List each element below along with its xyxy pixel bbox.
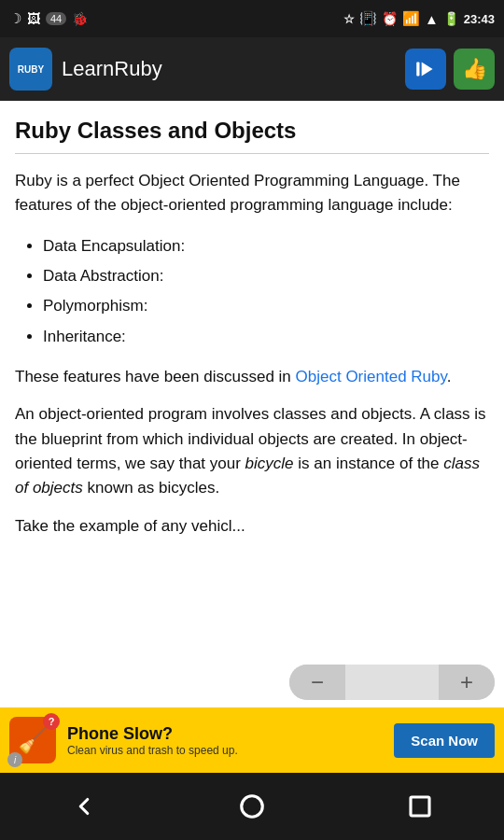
app-header-right: 👍	[405, 49, 495, 90]
battery-icon: 🔋	[443, 11, 459, 26]
crescent-moon-icon: ☽	[9, 10, 21, 27]
recent-apps-button[interactable]	[392, 778, 448, 834]
play-button[interactable]	[405, 49, 446, 90]
back-button[interactable]	[56, 778, 112, 834]
app-header-left: RUBY LearnRuby	[9, 48, 162, 91]
svg-rect-1	[416, 62, 419, 76]
status-icons-right: ☆ 📳 ⏰ 📶 ▲ 🔋 23:43	[343, 10, 495, 27]
star-icon: ☆	[343, 12, 355, 26]
status-icons-left: ☽ 🖼 44 🐞	[9, 10, 88, 27]
wifi-icon: 📶	[402, 10, 420, 27]
oop-paragraph: An object-oriented program involves clas…	[15, 402, 489, 500]
ad-text-block: Phone Slow? Clean virus and trash to spe…	[67, 724, 383, 757]
ad-banner: 🧹 ? Phone Slow? Clean virus and trash to…	[0, 707, 504, 773]
object-oriented-ruby-link[interactable]: Object Oriented Ruby	[296, 368, 447, 385]
vibrate-icon: 📳	[359, 10, 377, 27]
list-item: Data Encapsulation:	[43, 231, 489, 261]
app-header: RUBY LearnRuby 👍	[0, 37, 504, 101]
alarm-icon: ⏰	[382, 11, 398, 26]
svg-point-2	[242, 796, 263, 818]
list-item: Polymorphism:	[43, 291, 489, 321]
home-button[interactable]	[224, 778, 280, 834]
app-title: LearnRuby	[62, 57, 162, 81]
zoom-mid	[345, 665, 439, 700]
zoom-controls: − +	[289, 665, 495, 700]
clock: 23:43	[464, 12, 495, 26]
content-area: Ruby Classes and Objects Ruby is a perfe…	[0, 101, 504, 707]
vehicle-paragraph: Take the example of any vehicl...	[15, 514, 489, 539]
list-item: Data Abstraction:	[43, 261, 489, 291]
app-logo: RUBY	[9, 48, 52, 91]
ad-badge: ?	[43, 713, 60, 730]
ad-headline: Phone Slow?	[67, 724, 383, 744]
ad-info-icon: i	[7, 752, 22, 767]
intro-paragraph: Ruby is a perfect Object Oriented Progra…	[15, 169, 489, 218]
zoom-in-button[interactable]: +	[439, 665, 495, 700]
notification-count-badge: 44	[46, 12, 66, 25]
scan-now-button[interactable]: Scan Now	[394, 723, 495, 758]
link-paragraph: These features have been discussed in Ob…	[15, 365, 489, 389]
svg-rect-3	[411, 797, 429, 816]
zoom-out-button[interactable]: −	[289, 665, 345, 700]
image-icon: 🖼	[27, 11, 40, 26]
signal-icon: ▲	[425, 11, 439, 27]
nav-bar	[0, 773, 504, 840]
svg-marker-0	[422, 62, 433, 76]
list-item: Inheritance:	[43, 322, 489, 352]
bug-icon: 🐞	[72, 11, 88, 26]
status-bar: ☽ 🖼 44 🐞 ☆ 📳 ⏰ 📶 ▲ 🔋 23:43	[0, 0, 504, 37]
page-title: Ruby Classes and Objects	[15, 118, 489, 144]
feature-list: Data Encapsulation: Data Abstraction: Po…	[43, 231, 489, 352]
thumbsup-button[interactable]: 👍	[454, 49, 495, 90]
ad-subtext: Clean virus and trash to speed up.	[67, 744, 383, 757]
title-divider	[15, 153, 489, 154]
